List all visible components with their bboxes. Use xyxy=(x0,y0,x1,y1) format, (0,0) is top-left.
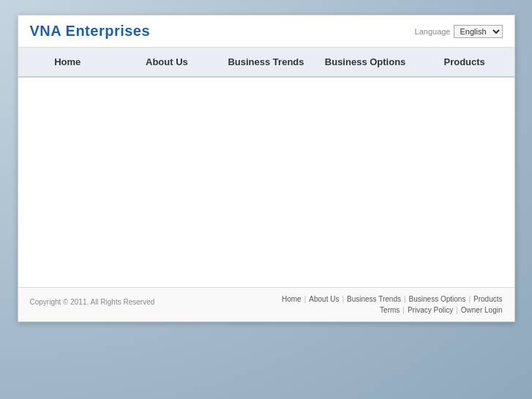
header: VNA Enterprises Language English xyxy=(18,15,514,48)
navigation: Home About Us Business Trends Business O… xyxy=(18,48,514,78)
nav-item-business-options[interactable]: Business Options xyxy=(315,48,415,76)
footer-link-about[interactable]: About Us xyxy=(309,295,339,303)
footer-links-row1: Home | About Us | Business Trends | Busi… xyxy=(282,295,503,303)
nav-item-about-us[interactable]: About Us xyxy=(117,48,217,76)
nav-item-home[interactable]: Home xyxy=(18,48,118,76)
main-content xyxy=(18,78,514,287)
footer-link-owner-login[interactable]: Owner Login xyxy=(461,306,503,314)
footer-links-row2: Terms | Privacy Policy | Owner Login xyxy=(380,306,502,314)
language-select[interactable]: English xyxy=(454,25,503,38)
footer-link-options[interactable]: Business Options xyxy=(409,295,466,303)
footer-sep-3: | xyxy=(404,295,406,303)
footer-link-privacy[interactable]: Privacy Policy xyxy=(408,306,453,314)
footer-sep-4: | xyxy=(468,295,471,303)
footer-sep-1: | xyxy=(304,295,307,303)
footer-sep-5: | xyxy=(402,306,405,314)
footer-link-products[interactable]: Products xyxy=(473,295,502,303)
footer: Copyright © 2011. All Rights Reserved Ho… xyxy=(18,287,514,321)
footer-sep-6: | xyxy=(456,306,458,314)
page-wrapper: VNA Enterprises Language English Home Ab… xyxy=(18,15,515,322)
language-area: Language English xyxy=(415,25,503,38)
nav-item-products[interactable]: Products xyxy=(415,48,514,76)
site-title: VNA Enterprises xyxy=(30,23,151,40)
nav-item-business-trends[interactable]: Business Trends xyxy=(217,48,316,76)
footer-links: Home | About Us | Business Trends | Busi… xyxy=(282,295,503,314)
footer-sep-2: | xyxy=(342,295,344,303)
footer-copyright: Copyright © 2011. All Rights Reserved xyxy=(30,295,155,306)
footer-link-home[interactable]: Home xyxy=(282,295,301,303)
language-label: Language xyxy=(415,27,451,36)
footer-link-terms[interactable]: Terms xyxy=(380,306,400,314)
footer-link-trends[interactable]: Business Trends xyxy=(347,295,401,303)
